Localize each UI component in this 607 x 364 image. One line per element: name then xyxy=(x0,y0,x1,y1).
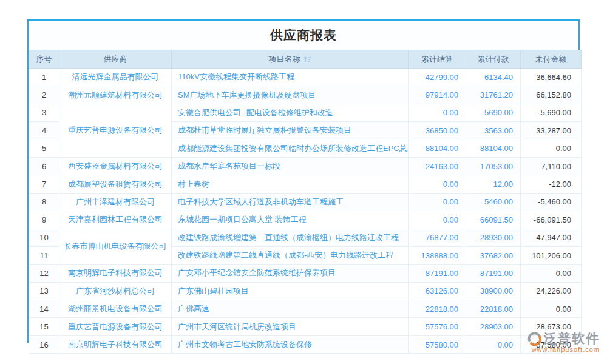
project-name-cell[interactable]: 110kV安徽线程集变开断线路工程 xyxy=(172,69,409,86)
row-number-cell: 6 xyxy=(29,157,59,175)
project-name-cell[interactable]: 成都能源建设集团投资有限公司临时办公场所装修改造工程EPC总承包 xyxy=(172,140,409,157)
unpaid-amount-cell: -66,091.50 xyxy=(521,211,582,229)
unpaid-amount-cell: -5,690.00 xyxy=(521,104,582,121)
unpaid-amount-cell: 0.00 xyxy=(521,265,582,282)
table-row: 15重庆艺普电源设备有限公司广州市天河区统计局机房改造项目57576.00289… xyxy=(29,318,582,335)
row-number-cell: 15 xyxy=(29,318,59,335)
settled-amount-cell[interactable]: 57576.00 xyxy=(409,318,466,335)
unpaid-amount-cell: 66,152.80 xyxy=(521,86,582,104)
paid-amount-cell[interactable]: 6134.40 xyxy=(466,69,521,86)
project-name-cell[interactable]: 改建铁路线增建第二线直通线（成都-西安）电力线路迁改工程 xyxy=(172,246,409,264)
table-row: 10长春市博山机电设备有限公司改建铁路成渝线增建第二直通线（成渝枢纽）电力线路迁… xyxy=(29,229,582,246)
supplier-cell[interactable]: 湖州丽景机电设备有限公司 xyxy=(59,300,172,318)
settled-amount-cell[interactable]: 42799.00 xyxy=(409,69,466,86)
settled-amount-cell[interactable]: 88104.00 xyxy=(409,140,466,157)
header-row: 序号 供应商 项目名称 xyxy=(29,50,582,69)
header-settled: 累计结算 xyxy=(409,50,466,69)
project-name-cell[interactable]: 安徽合肥供电公司--配电设备检修维护和改造 xyxy=(172,104,409,121)
settled-amount-cell[interactable]: 0.00 xyxy=(409,193,466,211)
paid-amount-cell[interactable]: 28903.00 xyxy=(466,318,521,335)
table-row: 9天津嘉利园林工程有限公司东城花园一期项目公寓大堂 装饰工程0.0066091.… xyxy=(29,211,582,229)
project-name-cell[interactable]: 广东佛山碧桂园项目 xyxy=(172,282,409,300)
settled-amount-cell[interactable]: 0.00 xyxy=(409,104,466,121)
project-name-cell[interactable]: 成都杜甫草堂临时展厅独立展柜报警设备安装项目 xyxy=(172,122,409,140)
unpaid-amount-cell: 0.00 xyxy=(521,300,582,318)
header-seq: 序号 xyxy=(29,50,59,69)
report-title: 供应商报表 xyxy=(29,21,578,50)
row-number-cell: 10 xyxy=(29,229,59,246)
row-number-cell: 7 xyxy=(29,175,59,193)
table-row: 1清远光辉金属品有限公司110kV安徽线程集变开断线路工程42799.00613… xyxy=(29,69,582,86)
header-project[interactable]: 项目名称 xyxy=(172,50,409,69)
supplier-cell[interactable]: 广东省河沙材料总公司 xyxy=(59,282,172,300)
settled-amount-cell[interactable]: 76877.00 xyxy=(409,229,466,246)
settled-amount-cell[interactable]: 0.00 xyxy=(409,175,466,193)
project-name-cell[interactable]: 广安邓小平纪念馆安全防范系统维护保养项目 xyxy=(172,265,409,282)
project-name-cell[interactable]: 电子科技大学区域人行道及非机动车道工程施工 xyxy=(172,193,409,211)
supplier-cell[interactable]: 南京明辉电子科技有限公司 xyxy=(59,335,172,353)
header-paid: 累计付款 xyxy=(466,50,521,69)
paid-amount-cell[interactable]: 31761.20 xyxy=(466,86,521,104)
row-number-cell: 16 xyxy=(29,335,59,353)
report-table: 序号 供应商 项目名称 xyxy=(29,50,582,354)
project-name-cell[interactable]: SM广场地下车库更换摄像机及硬盘项目 xyxy=(172,86,409,104)
paid-amount-cell[interactable]: 66091.50 xyxy=(466,211,521,229)
supplier-cell[interactable]: 天津嘉利园林工程有限公司 xyxy=(59,211,172,229)
supplier-cell[interactable]: 南京明辉电子科技有限公司 xyxy=(59,265,172,282)
paid-amount-cell[interactable]: 37682.00 xyxy=(466,246,521,264)
supplier-cell[interactable]: 西安盛器金属材料有限公司 xyxy=(59,157,172,175)
supplier-cell[interactable]: 长春市博山机电设备有限公司 xyxy=(59,229,172,265)
supplier-report-panel: 供应商报表 序号 供应商 项目名称 xyxy=(27,19,580,343)
supplier-cell[interactable]: 成都展望设备租赁有限公司 xyxy=(59,175,172,193)
paid-amount-cell[interactable]: 38900.00 xyxy=(466,282,521,300)
fanpu-url-text: www.fanpusoft.com xyxy=(527,346,600,353)
table-row: 14湖州丽景机电设备有限公司广佛高速22818.0022818.000.00 xyxy=(29,300,582,318)
supplier-cell[interactable]: 清远光辉金属品有限公司 xyxy=(59,69,172,86)
fanpu-watermark: 泛普软件 www.fanpusoft.com xyxy=(527,330,600,353)
settled-amount-cell[interactable]: 36850.00 xyxy=(409,122,466,140)
paid-amount-cell[interactable]: 12.00 xyxy=(466,175,521,193)
project-name-cell[interactable]: 广州市天河区统计局机房改造项目 xyxy=(172,318,409,335)
table-row: 16南京明辉电子科技有限公司广州市文物考古工地安防系统设备保修57580.000… xyxy=(29,335,582,353)
paid-amount-cell[interactable]: 88104.00 xyxy=(466,140,521,157)
paid-amount-cell[interactable]: 22818.00 xyxy=(466,300,521,318)
paid-amount-cell[interactable]: 3563.00 xyxy=(466,122,521,140)
paid-amount-cell[interactable]: 87191.00 xyxy=(466,265,521,282)
settled-amount-cell[interactable]: 97914.00 xyxy=(409,86,466,104)
unpaid-amount-cell: 7,110.00 xyxy=(521,157,582,175)
row-number-cell: 4 xyxy=(29,122,59,140)
row-number-cell: 5 xyxy=(29,140,59,157)
row-number-cell: 8 xyxy=(29,193,59,211)
settled-amount-cell[interactable]: 22818.00 xyxy=(409,300,466,318)
settled-amount-cell[interactable]: 24163.00 xyxy=(409,157,466,175)
sort-ascending-icon[interactable] xyxy=(304,56,311,63)
settled-amount-cell[interactable]: 57580.00 xyxy=(409,335,466,353)
settled-amount-cell[interactable]: 138888.00 xyxy=(409,246,466,264)
supplier-cell[interactable]: 潮州元顺建筑材料有限公司 xyxy=(59,86,172,104)
row-number-cell: 3 xyxy=(29,104,59,121)
supplier-cell[interactable]: 重庆艺普电源设备有限公司 xyxy=(59,318,172,335)
row-number-cell: 2 xyxy=(29,86,59,104)
project-name-cell[interactable]: 广州市文物考古工地安防系统设备保修 xyxy=(172,335,409,353)
unpaid-amount-cell: 36,664.60 xyxy=(521,69,582,86)
paid-amount-cell[interactable]: 17053.00 xyxy=(466,157,521,175)
project-name-cell[interactable]: 村上春树 xyxy=(172,175,409,193)
project-name-cell[interactable]: 东城花园一期项目公寓大堂 装饰工程 xyxy=(172,211,409,229)
project-name-cell[interactable]: 改建铁路成渝线增建第二直通线（成渝枢纽）电力线路迁改工程 xyxy=(172,229,409,246)
paid-amount-cell[interactable]: 28930.00 xyxy=(466,229,521,246)
header-project-label: 项目名称 xyxy=(269,54,300,65)
paid-amount-cell[interactable]: 5690.00 xyxy=(466,104,521,121)
settled-amount-cell[interactable]: 87191.00 xyxy=(409,265,466,282)
table-row: 13广东省河沙材料总公司广东佛山碧桂园项目63126.0038900.0024,… xyxy=(29,282,582,300)
project-name-cell[interactable]: 成都水岸华庭名苑项目一标段 xyxy=(172,157,409,175)
fanpu-brand-text: 泛普软件 xyxy=(544,330,600,347)
settled-amount-cell[interactable]: 0.00 xyxy=(409,211,466,229)
row-number-cell: 11 xyxy=(29,246,59,264)
paid-amount-cell[interactable]: 0.00 xyxy=(466,335,521,353)
project-name-cell[interactable]: 广佛高速 xyxy=(172,300,409,318)
settled-amount-cell[interactable]: 63126.00 xyxy=(409,282,466,300)
supplier-cell[interactable]: 重庆艺普电源设备有限公司 xyxy=(59,104,172,157)
supplier-cell[interactable]: 广州丰泽建材有限公司 xyxy=(59,193,172,211)
paid-amount-cell[interactable]: 5460.00 xyxy=(466,193,521,211)
header-supplier: 供应商 xyxy=(59,50,172,69)
